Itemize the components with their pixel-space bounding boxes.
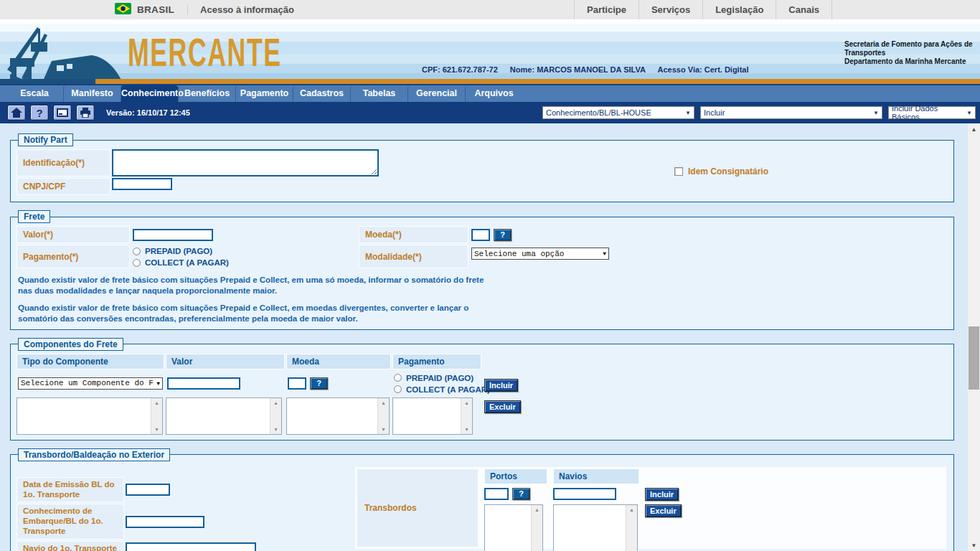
department-line2: Departamento da Marinha Mercante — [844, 57, 980, 66]
moeda-input[interactable] — [471, 229, 490, 241]
moeda-label: Moeda(*) — [359, 226, 468, 243]
prepaid-radio[interactable] — [133, 248, 141, 255]
tab-pagamento[interactable]: Pagamento — [235, 85, 293, 102]
ship-crane-icon — [0, 24, 126, 87]
componente-prepaid-radio[interactable] — [394, 374, 402, 382]
porto-input[interactable] — [484, 488, 509, 500]
department-line1: Secretaria de Fomento para Ações de Tran… — [844, 40, 980, 57]
modalidade-select[interactable]: Selecione uma opção ▼ — [471, 248, 609, 260]
scroll-down-icon: ▼ — [273, 427, 278, 432]
chevron-down-icon: ▼ — [870, 110, 879, 116]
list-scrollbar[interactable]: ▲▼ — [531, 505, 542, 551]
identificacao-textarea[interactable] — [112, 149, 379, 176]
frete-note-2: Quando existir valor de frete básico com… — [18, 303, 500, 324]
gov-link-acesso-informacao[interactable]: Acesso à informação — [187, 4, 306, 15]
col-portos: Portos — [484, 468, 547, 484]
col-valor: Valor — [166, 354, 285, 369]
tab-arquivos[interactable]: Arquivos — [465, 85, 522, 102]
portos-list[interactable]: ▲▼ — [484, 504, 543, 551]
print-icon — [80, 108, 91, 118]
transbordo-legend: Transbordo/Baldeação no Exterior — [18, 448, 170, 461]
scroll-down-icon: ▼ — [154, 427, 159, 432]
componente-pagamento-list[interactable]: ▲▼ — [392, 397, 473, 435]
valor-input[interactable] — [133, 229, 213, 241]
gov-brand-label: BRASIL — [137, 4, 174, 15]
scroll-up-icon: ▲ — [534, 507, 540, 512]
home-button[interactable] — [7, 105, 26, 121]
componente-tipo-list[interactable]: ▲▼ — [17, 397, 163, 435]
tab-gerencial[interactable]: Gerencial — [407, 85, 465, 102]
main-nav: Escala Manifesto Conhecimento Benefícios… — [0, 84, 980, 102]
cnpj-cpf-input[interactable] — [112, 178, 172, 190]
scroll-down-icon: ▼ — [464, 427, 469, 432]
porto-help-button[interactable]: ? — [512, 488, 530, 500]
tipo-componente-select[interactable]: Selecione um Componente do Frete ▼ — [18, 377, 163, 390]
print-button[interactable] — [76, 105, 95, 121]
user-nome: Nome: MARCOS MANOEL DA SILVA — [510, 65, 646, 74]
componente-collect-label: COLLECT (A PAGAR) — [406, 385, 490, 394]
tab-tabelas[interactable]: Tabelas — [350, 85, 407, 102]
componente-moeda-help-button[interactable]: ? — [310, 377, 328, 390]
componente-excluir-button[interactable]: Excluir — [484, 400, 521, 413]
idem-consignatario-checkbox[interactable] — [674, 167, 683, 176]
list-scrollbar[interactable]: ▲▼ — [461, 398, 472, 434]
scrollbar-thumb[interactable] — [969, 326, 979, 390]
navio-transporte-input[interactable] — [126, 542, 256, 551]
tab-conhecimento[interactable]: Conhecimento — [121, 85, 178, 102]
scroll-up-icon: ▲ — [381, 400, 386, 405]
navios-list[interactable]: ▲▼ — [553, 504, 638, 551]
frete-legend: Frete — [18, 210, 50, 223]
scroll-down-icon[interactable]: ▼ — [968, 540, 980, 551]
scroll-up-icon: ▲ — [273, 400, 278, 405]
action-select[interactable]: Incluir ▼ — [700, 106, 882, 119]
brasil-gov-link[interactable]: BRASIL — [115, 3, 187, 17]
componente-collect-radio[interactable] — [394, 385, 402, 393]
conhecimento-embarque-input[interactable] — [126, 516, 204, 528]
componente-moeda-input[interactable] — [288, 377, 306, 390]
list-scrollbar[interactable]: ▲▼ — [377, 398, 389, 434]
tab-escala[interactable]: Escala — [6, 85, 63, 102]
window-button[interactable] — [53, 105, 72, 121]
mercante-app: BRASIL Acesso à informação Participe Ser… — [0, 0, 980, 551]
gov-bar: BRASIL Acesso à informação Participe Ser… — [0, 0, 980, 22]
tab-manifesto[interactable]: Manifesto — [63, 85, 121, 102]
gov-link-servicos[interactable]: Serviços — [639, 0, 702, 19]
section-componentes-frete: Componentes do Frete Tipo do Componente … — [10, 338, 954, 441]
subaction-select[interactable]: Incluir Dados Básicos ▼ — [888, 106, 976, 119]
gov-link-participe[interactable]: Participe — [574, 0, 639, 19]
page-scrollbar[interactable]: ▲ ▼ — [968, 123, 980, 551]
valor-label: Valor(*) — [17, 226, 130, 243]
transbordo-excluir-button[interactable]: Excluir — [645, 504, 682, 517]
gov-link-legislacao[interactable]: Legislação — [702, 0, 776, 19]
componente-valor-list[interactable]: ▲▼ — [166, 397, 282, 435]
scroll-up-icon: ▲ — [464, 400, 469, 405]
data-emissao-input[interactable] — [126, 484, 170, 496]
notify-part-legend: Notify Part — [18, 133, 73, 146]
department-title: Secretaria de Fomento para Ações de Tran… — [844, 40, 980, 66]
context-select[interactable]: Conhecimento/BL/BL-HOUSE ▼ — [542, 106, 694, 119]
transbordos-label: Transbordos — [357, 468, 479, 547]
tab-beneficios[interactable]: Benefícios — [178, 85, 235, 102]
user-acesso: Acesso Via: Cert. Digital — [658, 65, 749, 74]
list-scrollbar[interactable]: ▲▼ — [151, 398, 162, 434]
col-moeda: Moeda — [286, 354, 391, 369]
navio-transbordo-input[interactable] — [553, 488, 616, 500]
cnpj-cpf-label: CNPJ/CPF — [17, 178, 110, 195]
help-button[interactable]: ? — [30, 105, 49, 121]
moeda-help-button[interactable]: ? — [494, 229, 512, 241]
chevron-down-icon: ▼ — [600, 250, 606, 257]
list-scrollbar[interactable]: ▲▼ — [626, 505, 637, 551]
gov-link-canais[interactable]: Canais — [776, 0, 832, 19]
transbordo-incluir-button[interactable]: Incluir — [645, 488, 679, 501]
componente-incluir-button[interactable]: Incluir — [484, 379, 518, 392]
componente-moeda-list[interactable]: ▲▼ — [286, 397, 390, 435]
componente-valor-input[interactable] — [167, 377, 240, 390]
list-scrollbar[interactable]: ▲▼ — [270, 398, 281, 434]
tab-cadastros[interactable]: Cadastros — [293, 85, 350, 102]
collect-radio[interactable] — [133, 259, 141, 267]
scroll-up-icon[interactable]: ▲ — [968, 123, 980, 135]
scroll-up-icon: ▲ — [154, 400, 159, 405]
section-notify-part: Notify Part Identificação(*) CNPJ/CPF Id… — [10, 133, 954, 202]
section-transbordo: Transbordo/Baldeação no Exterior Data de… — [10, 448, 954, 551]
frete-note-1: Quando existir valor de frete básico com… — [18, 275, 500, 296]
